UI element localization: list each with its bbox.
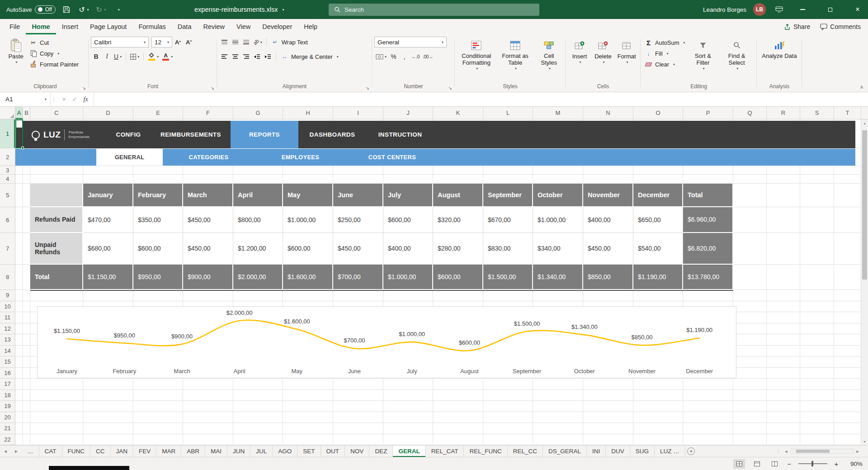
grid-cell[interactable] [683, 175, 733, 184]
row-header-12[interactable]: 12 [0, 323, 15, 335]
grid-cell[interactable] [834, 233, 861, 265]
menu-tab-page-layout[interactable]: Page Layout [84, 19, 132, 34]
row-header-21[interactable]: 21 [0, 423, 15, 434]
nav-tab-instruction[interactable]: INSTRUCTION [366, 121, 434, 148]
grid-cell[interactable] [23, 290, 30, 301]
grid-cell[interactable] [30, 412, 83, 423]
grid-cell[interactable] [15, 166, 23, 175]
grid-cell[interactable] [834, 301, 861, 313]
nav-tab-reimbursements[interactable]: REIMBURSEMENTS [151, 121, 231, 148]
column-header-t[interactable]: T [834, 107, 861, 119]
table-header-total[interactable]: Total [683, 184, 733, 207]
scroll-up-icon[interactable]: ▴ [861, 119, 868, 127]
grid-cell[interactable] [834, 379, 861, 390]
row-header-10[interactable]: 10 [0, 301, 15, 313]
grid-cell[interactable] [733, 423, 767, 434]
grid-cell[interactable] [383, 175, 433, 184]
subnav-tab-categories[interactable]: CATEGORIES [163, 149, 255, 166]
grid-cell[interactable] [767, 423, 800, 434]
grid-cell[interactable] [83, 379, 133, 390]
column-header-p[interactable]: P [683, 107, 733, 119]
row-header-16[interactable]: 16 [0, 368, 15, 379]
column-header-s[interactable]: S [800, 107, 834, 119]
table-cell[interactable]: $680,00 [83, 233, 133, 265]
format-cells-button[interactable]: Format ▾ [615, 37, 638, 65]
grid-cell[interactable] [733, 323, 767, 335]
grid-cell[interactable] [800, 166, 834, 175]
menu-tab-view[interactable]: View [231, 19, 256, 34]
horizontal-scroll-thumb[interactable] [796, 450, 830, 453]
subnav-tab-cost-centers[interactable]: COST CENTERS [346, 149, 438, 166]
subnav-tab-employees[interactable]: EMPLOYEES [255, 149, 346, 166]
cut-button[interactable]: ✂Cut [28, 38, 80, 47]
grid-cell[interactable] [133, 423, 183, 434]
grid-cell[interactable] [800, 290, 834, 301]
grid-cell[interactable] [733, 368, 767, 379]
grid-cell[interactable] [15, 265, 23, 290]
table-cell[interactable]: $850,00 [583, 265, 633, 290]
grid-cell[interactable] [733, 233, 767, 265]
grid-cell[interactable] [183, 390, 233, 401]
select-all-corner[interactable] [0, 107, 15, 119]
table-cell[interactable]: $470,00 [83, 207, 133, 233]
grid-cell[interactable] [834, 207, 861, 233]
grid-cell[interactable] [15, 356, 23, 368]
grid-cell[interactable] [333, 423, 383, 434]
font-dialog-launcher[interactable]: ↘ [211, 86, 214, 90]
nav-tab-dashboards[interactable]: DASHBOARDS [298, 121, 366, 148]
grid-cell[interactable] [23, 312, 30, 323]
grid-cell[interactable] [83, 166, 133, 175]
table-cell[interactable]: $6.960,00 [683, 207, 733, 233]
grid-cell[interactable] [834, 423, 861, 434]
grid-cell[interactable] [383, 434, 433, 446]
grid-cell[interactable] [834, 434, 861, 446]
grid-cell[interactable] [800, 346, 834, 357]
grid-cell[interactable] [767, 356, 800, 368]
fill-button[interactable]: ↓Fill▾ [643, 48, 687, 58]
sheet-tab-nov[interactable]: NOV [345, 446, 369, 457]
grid-cell[interactable] [15, 184, 23, 207]
copy-button[interactable]: Copy▾ [28, 48, 80, 58]
align-left-button[interactable] [219, 51, 230, 62]
grid-cell[interactable] [383, 390, 433, 401]
grid-cell[interactable] [834, 390, 861, 401]
grid-cell[interactable] [15, 401, 23, 412]
table-cell[interactable]: $1.340,00 [533, 265, 583, 290]
sheet-tab-jul[interactable]: JUL [250, 446, 273, 457]
grid-cell[interactable] [767, 233, 800, 265]
grid-cell[interactable] [834, 265, 861, 290]
grid-cell[interactable] [800, 301, 834, 313]
grid-cell[interactable] [23, 233, 30, 265]
grid-cell[interactable] [183, 412, 233, 423]
grid-cell[interactable] [183, 401, 233, 412]
wrap-text-button[interactable]: ↵Wrap Text [269, 37, 310, 47]
menu-tab-review[interactable]: Review [197, 19, 231, 34]
grid-cell[interactable] [23, 379, 30, 390]
table-cell[interactable]: $13.780,00 [683, 265, 733, 290]
table-cell[interactable]: $320,00 [433, 207, 483, 233]
grid-cell[interactable] [633, 175, 683, 184]
table-corner-cell[interactable] [30, 184, 83, 207]
table-cell[interactable]: $950,00 [133, 265, 183, 290]
align-right-button[interactable] [241, 51, 251, 62]
grid-cell[interactable] [15, 301, 23, 313]
grid-cell[interactable] [800, 412, 834, 423]
grid-cell[interactable] [23, 207, 30, 233]
grid-cell[interactable] [800, 312, 834, 323]
clipboard-dialog-launcher[interactable]: ↘ [82, 86, 86, 90]
grid-cell[interactable] [834, 323, 861, 335]
grid-cell[interactable] [483, 412, 533, 423]
grid-cell[interactable] [633, 412, 683, 423]
grid-cell[interactable] [683, 412, 733, 423]
grid-cell[interactable] [834, 412, 861, 423]
sheet-tab-jun[interactable]: JUN [227, 446, 250, 457]
grid-cell[interactable] [283, 401, 333, 412]
grid-cell[interactable] [233, 390, 283, 401]
grid-cell[interactable] [433, 423, 483, 434]
table-cell[interactable]: $830,00 [483, 233, 533, 265]
minimize-button[interactable] [792, 0, 813, 19]
grid-cell[interactable] [283, 390, 333, 401]
grid-cell[interactable] [233, 434, 283, 446]
grid-cell[interactable] [83, 401, 133, 412]
grid-cell[interactable] [834, 184, 861, 207]
